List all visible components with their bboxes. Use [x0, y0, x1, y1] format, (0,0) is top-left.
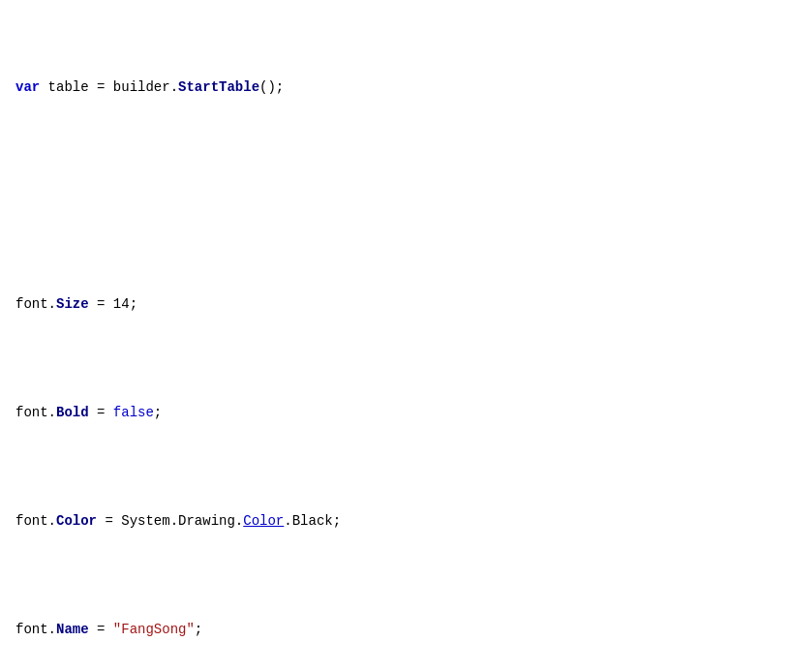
prop-name: Name [56, 622, 89, 637]
prop-bold: Bold [56, 405, 89, 420]
code-editor: var table = builder.StartTable(); font.S… [15, 12, 776, 672]
code-line-6: font.Name = "FangSong"; [15, 619, 776, 640]
prop-color: Color [56, 513, 97, 529]
method-starttable: StartTable [178, 79, 259, 95]
class-color: Color [243, 513, 284, 529]
code-line-5: font.Color = System.Drawing.Color.Black; [15, 510, 776, 532]
code-line-1: var table = builder.StartTable(); [15, 76, 776, 98]
code-line-blank-1 [15, 185, 776, 206]
code-line-3: font.Size = 14; [15, 293, 776, 315]
prop-size: Size [56, 296, 89, 312]
keyword-var: var [15, 79, 40, 95]
value-false: false [113, 405, 154, 420]
code-line-4: font.Bold = false; [15, 402, 776, 423]
string-fangsong: "FangSong" [113, 622, 195, 637]
